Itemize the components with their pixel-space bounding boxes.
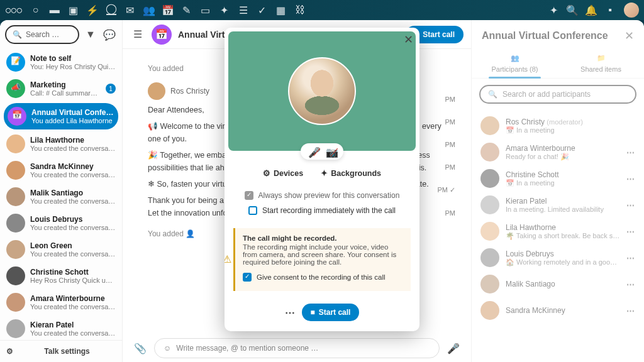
gear-icon: ⚙ (6, 347, 13, 356)
avatar: 📝 (6, 53, 25, 72)
forms-icon[interactable]: ✦ (219, 5, 230, 15)
participant-item[interactable]: Christine Schott 📅 In a meeting ⋯ (472, 165, 644, 192)
search-icon: 🔍 (488, 90, 497, 99)
participant-item[interactable]: Lila Hawthorne 🌴 Taking a short break. B… (472, 218, 644, 244)
new-chat-icon[interactable]: 💬 (102, 27, 117, 42)
modal-start-call-button[interactable]: ■ Start call (302, 304, 360, 321)
conversation-sidebar: 🔍 Search … ▼ 💬 📝 Note to selfYou: Hey Ro… (0, 20, 123, 362)
more-options-icon[interactable]: ⋯ (285, 307, 296, 319)
dashboard-icon[interactable]: ○ (31, 5, 41, 15)
contacts-icon[interactable]: 👥 (144, 5, 154, 15)
calendar-icon[interactable]: 📅 (163, 5, 173, 15)
participant-item[interactable]: Sandra McKinney ⋯ (472, 297, 644, 324)
avatar (6, 293, 25, 312)
avatar (480, 143, 499, 162)
more-icon[interactable]: ⋯ (626, 174, 635, 184)
more-icon[interactable]: ⋯ (626, 280, 635, 289)
contacts-menu-icon[interactable]: ▪ (605, 5, 615, 15)
photos-icon[interactable]: ▣ (69, 5, 79, 15)
conversation-item[interactable]: Leon GreenYou created the conversation (0, 236, 122, 263)
conversation-item[interactable]: 📣 MarketingCall: # Call summary - … 1 (0, 75, 122, 102)
consent-checkbox[interactable]: Give consent to the recording of this ca… (243, 270, 403, 285)
link-icon[interactable]: ⛓ (295, 5, 305, 15)
avatar (6, 319, 25, 338)
participant-item[interactable]: Malik Santiago ⋯ (472, 271, 644, 297)
avatar (6, 214, 25, 233)
search-input[interactable]: 🔍 Search … (5, 25, 79, 44)
emoji-icon[interactable]: ☺ (164, 344, 171, 353)
message-input[interactable]: ☺ Write message, @ to mention someone … (154, 338, 440, 358)
logo-icon[interactable]: ○○○ (5, 4, 22, 17)
conversation-item[interactable]: Christine SchottHey Ros Christy Quick up… (0, 263, 122, 289)
conversation-item[interactable]: 📝 Note to selfYou: Hey Ros Christy Quick… (0, 49, 122, 75)
tasks-icon[interactable]: ☰ (238, 5, 248, 15)
close-modal-icon[interactable]: ✕ (404, 33, 413, 47)
participant-search-input[interactable]: 🔍 Search or add participants (479, 85, 636, 104)
deck-icon[interactable]: ▭ (201, 5, 211, 15)
timestamp-column: PMPMPMPMPM ✓PM (437, 96, 455, 217)
folder-icon: 📁 (596, 54, 606, 64)
notes-icon[interactable]: ✎ (182, 5, 192, 15)
conversation-item[interactable]: Sandra McKinneyYou created the conversat… (0, 157, 122, 184)
talk-icon[interactable]: ◯ (106, 5, 116, 15)
tables-icon[interactable]: ▦ (276, 5, 286, 15)
participant-item[interactable]: Amara Winterbourne Ready for a chat! 🎉 ⋯ (472, 139, 644, 165)
avatar (480, 222, 499, 241)
files-icon[interactable]: ▬ (50, 5, 60, 15)
conversation-item[interactable]: Amara WinterbourneYou created the conver… (0, 289, 122, 315)
unread-badge: 1 (106, 84, 116, 94)
activity-icon[interactable]: ⚡ (87, 5, 97, 15)
conversation-item[interactable]: Louis DebruysYou created the conversatio… (0, 210, 122, 236)
start-recording-checkbox[interactable]: Start recording immediately with the cal… (240, 203, 404, 218)
avatar: 📣 (6, 79, 25, 98)
more-icon[interactable]: ⋯ (626, 306, 635, 315)
attach-icon[interactable]: 📎 (133, 341, 148, 356)
tab-shared-items[interactable]: 📁 Shared items (558, 49, 644, 78)
search-icon[interactable]: 🔍 (567, 5, 577, 15)
avatar (6, 134, 25, 153)
conversation-item[interactable]: Lila HawthorneYou created the conversati… (0, 131, 122, 157)
checkbox-icon (245, 191, 253, 200)
recording-warning: ⚠ The call might be recorded. The record… (233, 228, 411, 291)
filter-icon[interactable]: ▼ (83, 27, 98, 42)
checkmark-icon[interactable]: ✓ (257, 5, 267, 15)
people-icon: 👥 (510, 54, 520, 64)
avatar (6, 161, 25, 180)
notifications-icon[interactable]: 🔔 (586, 5, 596, 15)
sidebar-toggle-icon[interactable]: ☰ (130, 27, 145, 42)
warning-icon: ⚠ (225, 253, 231, 265)
mail-icon[interactable]: ✉ (125, 5, 135, 15)
conversation-item[interactable]: 📅 Annual Virtual ConferenceYou added Lil… (4, 103, 118, 129)
message-author: Ros Christy (170, 85, 209, 97)
always-preview-checkbox[interactable]: Always show preview for this conversatio… (240, 188, 404, 203)
avatar (480, 275, 499, 293)
user-avatar[interactable] (624, 3, 639, 18)
preview-avatar (288, 57, 356, 125)
participant-item[interactable]: Ros Christy (moderator) 📅 In a meeting (472, 112, 644, 139)
assistant-icon[interactable]: ✦ (548, 5, 558, 15)
talk-settings-button[interactable]: ⚙ Talk settings (0, 340, 122, 362)
search-placeholder: Search … (26, 30, 59, 39)
media-settings-modal: ✕ 🎤̸ 📷̸ ⚙ Devices ✦ Backgrounds (225, 28, 419, 331)
camera-off-icon[interactable]: 📷̸ (326, 146, 336, 156)
conversation-item[interactable]: Malik SantiagoYou created the conversati… (0, 184, 122, 210)
participant-item[interactable]: Louis Debruys 🏠 Working remotely and in … (472, 244, 644, 271)
participant-item[interactable]: Kieran Patel In a meeting. Limited avail… (472, 192, 644, 218)
more-icon[interactable]: ⋯ (626, 227, 635, 236)
tab-participants[interactable]: 👥 Participants (8) (472, 49, 558, 78)
close-sidebar-icon[interactable]: ✕ (625, 29, 634, 43)
more-icon[interactable]: ⋯ (626, 200, 635, 210)
avatar (6, 240, 25, 259)
devices-button[interactable]: ⚙ Devices (263, 168, 303, 178)
checkbox-icon (248, 206, 257, 215)
avatar (480, 301, 499, 320)
avatar (480, 169, 499, 188)
more-icon[interactable]: ⋯ (626, 253, 635, 263)
mic-muted-icon[interactable]: 🎤̸ (308, 146, 318, 156)
conversation-item[interactable]: Kieran PatelYou created the conversation (0, 315, 122, 340)
mic-icon[interactable]: 🎤 (446, 341, 461, 356)
more-icon[interactable]: ⋯ (626, 148, 635, 157)
backgrounds-button[interactable]: ✦ Backgrounds (321, 168, 381, 178)
room-avatar-icon: 📅 (152, 25, 172, 45)
avatar (480, 248, 499, 267)
